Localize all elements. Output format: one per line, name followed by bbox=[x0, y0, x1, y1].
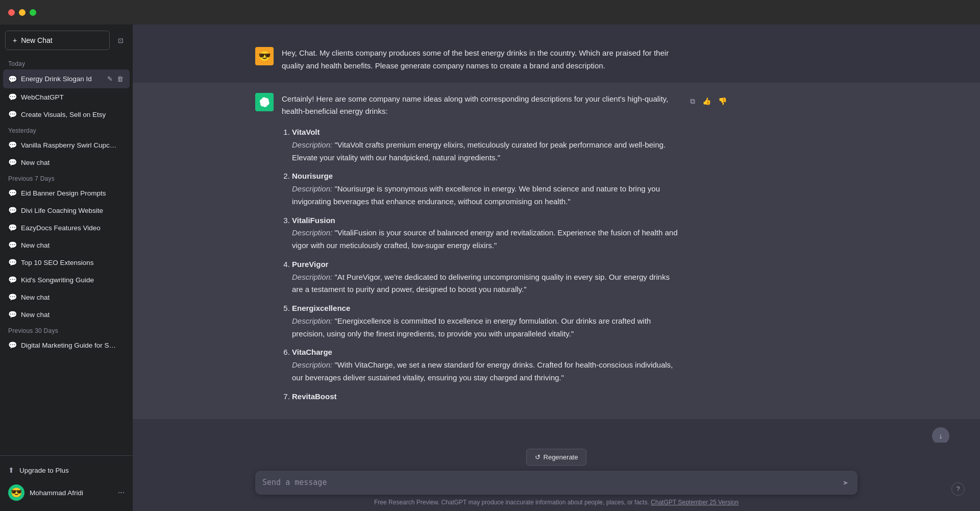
chat-item-label: Vanilla Raspberry Swirl Cupc… bbox=[21, 141, 125, 149]
chat-icon: 💬 bbox=[8, 293, 17, 301]
disclaimer-text: Free Research Preview. ChatGPT may produ… bbox=[374, 499, 649, 506]
copy-message-button[interactable]: ⧉ bbox=[688, 95, 697, 108]
chat-messages: 😎 Hey, Chat. My clients company produces… bbox=[133, 25, 980, 443]
help-icon: ? bbox=[957, 485, 960, 493]
sidebar-header: + New Chat ⊡ bbox=[0, 25, 133, 56]
chat-item-label: WebChatGPT bbox=[21, 93, 125, 101]
help-button[interactable]: ? bbox=[951, 482, 965, 496]
user-name: Mohammad Afridi bbox=[30, 489, 113, 497]
chat-actions: ✎ 🗑 bbox=[106, 74, 125, 84]
sidebar-item-kids-songwriting[interactable]: 💬 Kid's Songwriting Guide bbox=[3, 271, 130, 288]
chat-icon: 💬 bbox=[8, 141, 17, 149]
gpt-avatar bbox=[255, 93, 274, 111]
regenerate-label: Regenerate bbox=[544, 453, 578, 461]
chat-icon: 💬 bbox=[8, 110, 17, 118]
chat-icon: 💬 bbox=[8, 75, 17, 83]
plus-icon: + bbox=[13, 36, 17, 44]
chat-item-label: Kid's Songwriting Guide bbox=[21, 276, 125, 284]
chat-item-label: New chat bbox=[21, 159, 125, 166]
send-icon: ➤ bbox=[843, 479, 848, 486]
chat-icon: 💬 bbox=[8, 189, 17, 197]
thumbs-up-button[interactable]: 👍 bbox=[700, 95, 713, 108]
new-chat-label: New Chat bbox=[21, 36, 52, 44]
maximize-button[interactable] bbox=[30, 9, 36, 16]
upgrade-label: Upgrade to Plus bbox=[19, 467, 69, 474]
disclaimer-link[interactable]: ChatGPT September 25 Version bbox=[651, 499, 739, 506]
sidebar-item-divi-life[interactable]: 💬 Divi Life Coaching Website bbox=[3, 202, 130, 219]
chat-icon: 💬 bbox=[8, 224, 17, 232]
close-button[interactable] bbox=[8, 9, 15, 16]
chat-icon: 💬 bbox=[8, 310, 17, 319]
message-actions: ⧉ 👍 👎 bbox=[688, 95, 729, 108]
chat-item-label: Energy Drink Slogan Id bbox=[21, 75, 102, 83]
sidebar-item-new-chat-2[interactable]: 💬 New chat bbox=[3, 236, 130, 254]
chat-item-label: EazyDocs Features Video bbox=[21, 224, 125, 232]
sidebar-item-new-chat-4[interactable]: 💬 New chat bbox=[3, 306, 130, 323]
send-button[interactable]: ➤ bbox=[841, 477, 850, 489]
chat-icon: 💬 bbox=[8, 341, 17, 349]
sidebar-item-vanilla-raspberry[interactable]: 💬 Vanilla Raspberry Swirl Cupc… bbox=[3, 136, 130, 154]
message-input-box: ➤ bbox=[255, 471, 857, 495]
chat-item-label: New chat bbox=[21, 311, 125, 319]
grid-icon: ⊡ bbox=[118, 37, 124, 44]
sidebar-item-create-visuals[interactable]: 💬 Create Visuals, Sell on Etsy bbox=[3, 106, 130, 123]
sidebar-item-top10-seo[interactable]: 💬 Top 10 SEO Extensions bbox=[3, 254, 130, 271]
assistant-message-content: Certainly! Here are some company name id… bbox=[282, 93, 680, 409]
assistant-intro: Certainly! Here are some company name id… bbox=[282, 93, 680, 118]
sidebar-layout-button[interactable]: ⊡ bbox=[114, 33, 128, 48]
list-item: VitaliFusion Description: "VitaliFusion … bbox=[292, 214, 680, 252]
scroll-down-icon: ↓ bbox=[939, 432, 943, 440]
chat-icon: 💬 bbox=[8, 241, 17, 249]
chat-input-area: ↺ Regenerate ➤ Free Research Preview. Ch… bbox=[133, 443, 980, 511]
regenerate-icon: ↺ bbox=[535, 453, 541, 461]
sidebar-footer: ⬆ Upgrade to Plus 😎 Mohammad Afridi ··· bbox=[0, 455, 133, 511]
sidebar-item-eazydocs[interactable]: 💬 EazyDocs Features Video bbox=[3, 219, 130, 236]
user-avatar: 😎 bbox=[255, 47, 274, 65]
regenerate-button[interactable]: ↺ Regenerate bbox=[526, 449, 587, 466]
sidebar-item-webchatgpt[interactable]: 💬 WebChatGPT bbox=[3, 88, 130, 106]
list-item: VitaCharge Description: "With VitaCharge… bbox=[292, 346, 680, 384]
chat-icon: 💬 bbox=[8, 258, 17, 266]
new-chat-button[interactable]: + New Chat bbox=[5, 31, 110, 50]
chat-item-label: Top 10 SEO Extensions bbox=[21, 259, 125, 266]
app-container: + New Chat ⊡ Today 💬 Energy Drink Slogan… bbox=[0, 25, 980, 511]
sidebar-item-new-chat-1[interactable]: 💬 New chat bbox=[3, 154, 130, 171]
delete-chat-button[interactable]: 🗑 bbox=[116, 74, 125, 84]
avatar: 😎 bbox=[8, 484, 24, 501]
list-item: RevitaBoost bbox=[292, 391, 680, 403]
company-list: VitaVolt Description: "VitaVolt crafts p… bbox=[282, 126, 680, 403]
message-input[interactable] bbox=[262, 477, 841, 489]
sidebar: + New Chat ⊡ Today 💬 Energy Drink Slogan… bbox=[0, 25, 133, 511]
sidebar-item-eid-banner[interactable]: 💬 Eid Banner Design Prompts bbox=[3, 184, 130, 202]
chat-icon: 💬 bbox=[8, 206, 17, 214]
user-message-row: 😎 Hey, Chat. My clients company produces… bbox=[133, 37, 980, 83]
user-profile-item[interactable]: 😎 Mohammad Afridi ··· bbox=[3, 479, 130, 506]
assistant-message-row: Certainly! Here are some company name id… bbox=[133, 83, 980, 420]
chat-icon: 💬 bbox=[8, 276, 17, 284]
traffic-lights bbox=[8, 9, 36, 16]
user-message-content: Hey, Chat. My clients company produces s… bbox=[282, 47, 680, 72]
thumbs-down-button[interactable]: 👎 bbox=[716, 95, 729, 108]
chat-icon: 💬 bbox=[8, 93, 17, 101]
chat-item-label: New chat bbox=[21, 241, 125, 249]
sidebar-item-energy-drink[interactable]: 💬 Energy Drink Slogan Id ✎ 🗑 bbox=[3, 69, 130, 88]
list-item: Nourisurge Description: "Nourisurge is s… bbox=[292, 170, 680, 208]
sidebar-item-digital-marketing[interactable]: 💬 Digital Marketing Guide for S… bbox=[3, 336, 130, 354]
list-item: PureVigor Description: "At PureVigor, we… bbox=[292, 258, 680, 296]
chat-item-label: Eid Banner Design Prompts bbox=[21, 189, 125, 197]
upgrade-icon: ⬆ bbox=[8, 466, 14, 474]
list-item: VitaVolt Description: "VitaVolt crafts p… bbox=[292, 126, 680, 164]
list-item: Energixcellence Description: "Energixcel… bbox=[292, 302, 680, 340]
chat-item-label: New chat bbox=[21, 294, 125, 301]
chat-icon: 💬 bbox=[8, 158, 17, 166]
section-previous-7: Previous 7 Days bbox=[3, 171, 130, 184]
edit-chat-button[interactable]: ✎ bbox=[106, 74, 114, 84]
scroll-down-button[interactable]: ↓ bbox=[932, 427, 949, 445]
minimize-button[interactable] bbox=[19, 9, 26, 16]
user-more-icon[interactable]: ··· bbox=[118, 488, 125, 497]
sidebar-item-new-chat-3[interactable]: 💬 New chat bbox=[3, 288, 130, 306]
upgrade-to-plus-item[interactable]: ⬆ Upgrade to Plus bbox=[3, 461, 130, 479]
chat-main: 😎 Hey, Chat. My clients company produces… bbox=[133, 25, 980, 511]
section-previous-30: Previous 30 Days bbox=[3, 323, 130, 336]
regenerate-bar: ↺ Regenerate bbox=[255, 449, 857, 466]
